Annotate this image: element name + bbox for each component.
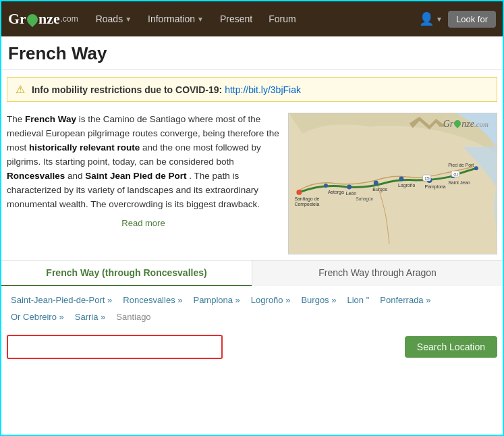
svg-point-4 [324,184,328,188]
svg-point-10 [474,166,478,170]
read-more-link[interactable]: Read more [7,217,280,230]
covid-link[interactable]: http://bit.ly/3bjFiak [225,84,301,95]
navbar: Grnze.com Roads ▼ Information ▼ Present … [1,1,503,36]
description-area: The French Way is the Camino de Santiago… [1,109,503,260]
search-input[interactable] [7,335,223,359]
svg-text:Compostela: Compostela [294,202,319,207]
logo[interactable]: Grnze.com [8,10,78,28]
svg-text:León: León [346,191,357,196]
logo-text-gr: Gr [8,10,26,28]
warning-icon: ⚠ [16,84,25,95]
information-chevron-icon: ▼ [197,16,204,23]
logo-text-nze: nze [38,10,60,28]
user-chevron-icon: ▼ [436,16,443,23]
nav-information[interactable]: Information ▼ [142,9,209,28]
pill-roncesvalles[interactable]: Roncesvalles » [119,293,186,307]
map-watermark-leaf [453,119,462,128]
tab-roncesvalles[interactable]: French Way (through Roncesvalles) [1,261,252,286]
nav-forum[interactable]: Forum [263,9,301,28]
tabs-row: French Way (through Roncesvalles) French… [1,260,503,286]
search-location-button[interactable]: Search Location [405,336,497,358]
map-image: Grnze.com [288,113,497,254]
pill-santiago: Santiago [112,310,155,324]
svg-text:(3): (3) [425,176,430,180]
svg-text:Pied de Port: Pied de Port [448,163,474,167]
pill-pamplona[interactable]: Pamplona » [189,293,244,307]
nav-roads[interactable]: Roads ▼ [90,9,137,28]
svg-text:Santiago de: Santiago de [294,196,319,202]
nav-present[interactable]: Present [215,9,258,28]
svg-text:(1): (1) [453,172,458,176]
logo-leaf-icon [25,12,40,28]
svg-text:Saint Jean: Saint Jean [448,180,470,185]
description-text: The French Way is the Camino de Santiago… [7,113,280,254]
map-watermark: Grnze.com [443,119,488,130]
covid-banner: ⚠ Info mobility restrictions due to COVI… [7,77,497,102]
pill-saint-jean[interactable]: Saint-Jean-Pied-de-Port » [7,293,116,307]
pill-or-cebreiro[interactable]: Or Cebreiro » [7,310,68,324]
route-map-svg: Santiago de Compostela Astorga León Burg… [289,113,497,254]
location-pills: Saint-Jean-Pied-de-Port » Roncesvalles »… [1,286,503,328]
svg-text:Logroño: Logroño [398,183,416,188]
svg-text:Astorga: Astorga [328,190,344,195]
tab-aragon[interactable]: French Way through Aragon [252,261,503,286]
pill-burgos[interactable]: Burgos » [297,293,340,307]
look-for-button[interactable]: Look for [448,11,496,28]
pill-logrono[interactable]: Logroño » [247,293,295,307]
roads-chevron-icon: ▼ [125,16,132,23]
svg-point-6 [374,181,379,186]
user-menu[interactable]: 👤 ▼ [419,11,443,26]
pill-ponferrada[interactable]: Ponferrada » [376,293,435,307]
pill-lion[interactable]: Lion " [343,293,373,307]
svg-point-3 [296,190,302,195]
page-title: French Way [1,36,503,70]
search-bar: Search Location [1,328,503,367]
svg-text:Sahagún: Sahagún [356,196,374,202]
user-icon: 👤 [419,11,434,26]
svg-text:Burgos: Burgos [372,187,387,192]
svg-point-7 [399,177,403,182]
pill-sarria[interactable]: Sarria » [71,310,110,324]
svg-text:Pamplona: Pamplona [425,184,446,190]
svg-point-5 [347,184,352,189]
logo-com: .com [61,14,78,24]
